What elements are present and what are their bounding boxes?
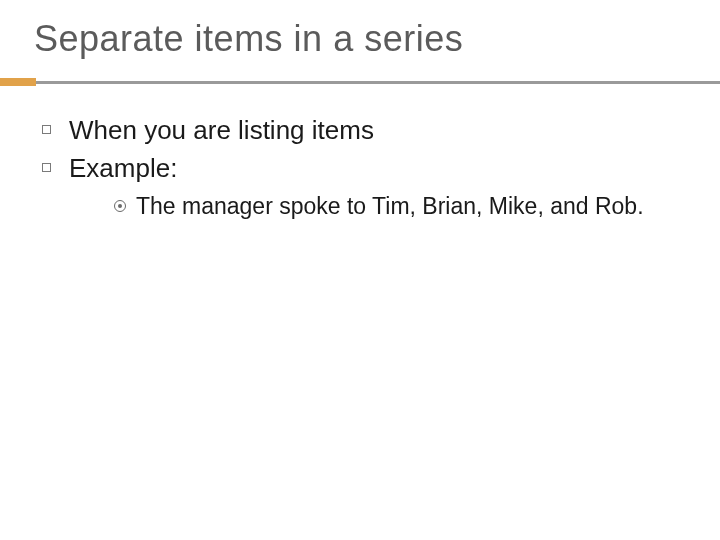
list-item: Example: [42,152,720,186]
sub-bullet-list: The manager spoke to Tim, Brian, Mike, a… [42,192,720,222]
content-area: When you are listing items Example: The … [0,86,720,221]
bullet-list: When you are listing items Example: [42,114,720,186]
slide-title: Separate items in a series [34,18,720,60]
list-item: When you are listing items [42,114,720,148]
title-area: Separate items in a series [0,0,720,60]
divider-accent [0,78,36,86]
square-bullet-icon [42,163,51,172]
target-bullet-icon [114,200,126,212]
square-bullet-icon [42,125,51,134]
divider-line [36,81,720,84]
list-item-text: Example: [69,152,177,186]
list-item: The manager spoke to Tim, Brian, Mike, a… [114,192,720,222]
list-item-text: When you are listing items [69,114,374,148]
sub-list-item-text: The manager spoke to Tim, Brian, Mike, a… [136,192,644,222]
divider [0,78,720,86]
